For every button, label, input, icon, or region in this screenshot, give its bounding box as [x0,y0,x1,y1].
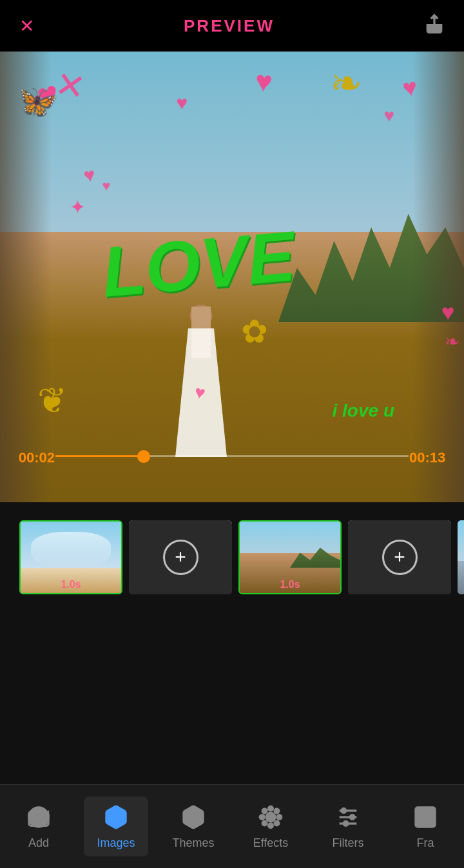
svg-point-23 [350,815,354,820]
nav-images-label: Images [97,836,135,850]
time-start: 00:02 [19,449,55,466]
nav-add[interactable]: Add [6,797,71,856]
svg-point-11 [269,806,273,811]
close-button[interactable]: ✕ [19,15,34,37]
filters-icon [334,803,362,831]
preview-title: PREVIEW [184,16,275,36]
side-blur-right [412,52,464,502]
svg-point-10 [266,813,275,821]
nav-fra-label: Fra [417,836,434,850]
side-blur-left [0,52,52,502]
nav-themes[interactable]: Themes [161,797,226,856]
thumb-duration-3: 1.0s [280,579,300,590]
effects-icon [256,803,285,831]
time-end: 00:13 [409,449,445,466]
svg-point-12 [269,824,273,828]
nav-effects[interactable]: Effects [238,797,303,856]
sky-bg [0,52,464,254]
images-icon [102,803,130,831]
thumb-duration-1: 1.0s [61,579,81,590]
progress-fill [55,455,144,457]
thumbnail-4[interactable]: + [348,520,451,594]
person-figure [162,277,240,457]
thumbnail-2[interactable]: + [129,520,232,594]
top-bar: ✕ PREVIEW [0,0,464,52]
nav-filters-label: Filters [333,836,364,850]
video-preview[interactable]: ♥ ✕ ♥ 🦋 ♥ ♥ ♥ ♥ ❧ ♥ ♥ ✦ LOVE i love u ❦ … [0,52,464,502]
nav-themes-label: Themes [172,836,214,850]
svg-point-24 [343,822,348,826]
nav-filters[interactable]: Filters [316,797,380,856]
nav-add-label: Add [28,836,49,850]
progress-bar[interactable] [55,455,408,457]
svg-point-15 [262,809,267,813]
svg-point-16 [275,821,279,826]
thumbnail-5[interactable]: 1.0 [458,520,464,594]
svg-point-22 [342,809,346,813]
themes-icon [179,803,208,831]
thumbnail-1[interactable]: 1.0s [19,520,122,594]
svg-point-17 [275,809,279,813]
svg-point-13 [260,815,264,820]
bottom-nav: Add Images Themes [0,784,464,868]
nav-effects-label: Effects [253,836,289,850]
fra-icon [411,803,440,831]
svg-point-6 [45,814,47,816]
nav-images[interactable]: Images [84,797,148,856]
share-button[interactable] [424,14,445,39]
add-icon [24,803,53,831]
nav-fra[interactable]: Fra [393,797,458,856]
thumbnail-strip: 1.0s + 1.0s + 1.0 [0,515,464,599]
svg-point-18 [262,821,267,826]
thumbnail-3[interactable]: 1.0s [238,520,342,594]
svg-point-14 [277,815,282,820]
